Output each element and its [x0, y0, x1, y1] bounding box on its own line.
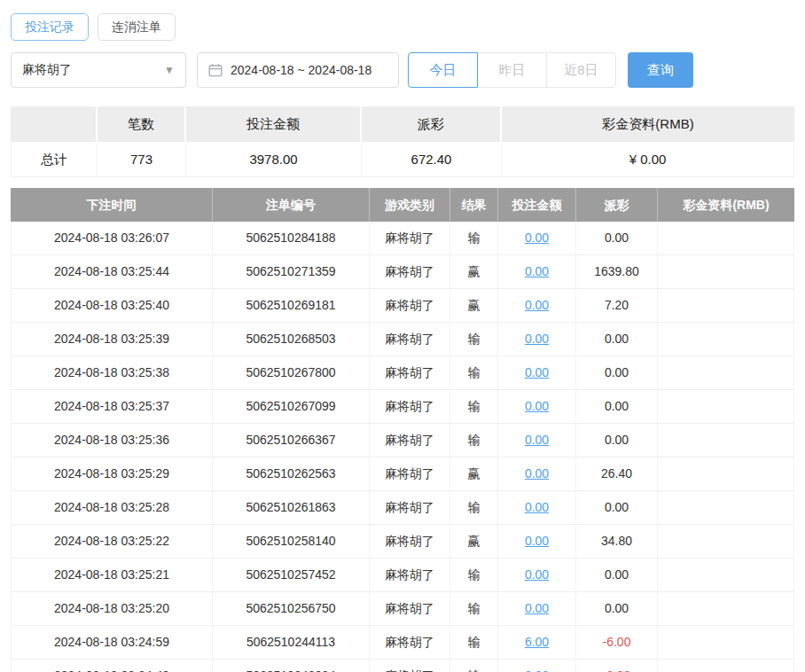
cell-payout: -6.00 — [576, 626, 658, 660]
quick-date-buttons: 今日 昨日 近8日 — [408, 52, 616, 88]
table-row: 2024-08-18 03:25:28 5062510261863 麻将胡了 输… — [11, 491, 794, 525]
header-bonus: 彩金资料(RMB) — [658, 188, 794, 222]
cell-game-type: 麻将胡了 — [370, 424, 450, 457]
cell-game-type: 麻将胡了 — [370, 525, 450, 559]
calendar-icon — [208, 63, 223, 77]
bet-amount-link[interactable]: 6.00 — [525, 635, 549, 649]
game-select[interactable]: 麻将胡了 ▼ — [11, 52, 186, 88]
cell-bet-time: 2024-08-18 03:24:49 — [11, 660, 213, 672]
table-row: 2024-08-18 03:25:21 5062510257452 麻将胡了 输… — [11, 559, 794, 592]
cell-bet-time: 2024-08-18 03:26:07 — [11, 222, 213, 255]
summary-header-payout: 派彩 — [362, 106, 502, 142]
cell-result: 输 — [450, 592, 498, 626]
cell-order-number: 5062510267099 — [213, 390, 370, 424]
summary-total-label: 总计 — [11, 142, 98, 177]
betting-records-page: 投注记录 连消注单 麻将胡了 ▼ 2024-08-18 ~ 2024-08-18… — [0, 0, 805, 672]
cell-game-type: 麻将胡了 — [370, 592, 450, 626]
table-row: 2024-08-18 03:24:59 5062510244113 麻将胡了 输… — [11, 626, 794, 660]
cell-order-number: 5062510284188 — [213, 222, 370, 255]
summary-total-payout: 672.40 — [362, 142, 502, 177]
table-row: 2024-08-18 03:25:44 5062510271359 麻将胡了 赢… — [11, 255, 794, 289]
cell-order-number: 5062510257452 — [213, 559, 370, 592]
summary-total-bet-amount: 3978.00 — [186, 142, 362, 177]
tab-cancelled-orders[interactable]: 连消注单 — [98, 13, 176, 41]
cell-game-type: 麻将胡了 — [370, 390, 450, 424]
cell-bet-time: 2024-08-18 03:25:37 — [11, 390, 213, 424]
cell-bet-time: 2024-08-18 03:25:28 — [11, 491, 213, 525]
cell-bonus — [658, 491, 794, 525]
bet-amount-link[interactable]: 2.00 — [525, 668, 549, 672]
cell-payout: 26.40 — [576, 457, 658, 491]
bet-amount-link[interactable]: 0.00 — [525, 433, 549, 447]
table-row: 2024-08-18 03:25:36 5062510266367 麻将胡了 输… — [11, 424, 794, 457]
today-button[interactable]: 今日 — [408, 52, 478, 88]
yesterday-button[interactable]: 昨日 — [477, 52, 547, 88]
cell-game-type: 麻将胡了 — [370, 660, 450, 672]
cell-bet-time: 2024-08-18 03:25:22 — [11, 525, 213, 559]
game-select-value: 麻将胡了 — [22, 62, 72, 78]
summary-header-bonus: 彩金资料(RMB) — [502, 106, 794, 142]
cell-bonus — [658, 255, 794, 289]
cell-bet-time: 2024-08-18 03:25:40 — [11, 289, 213, 323]
cell-result: 输 — [450, 356, 498, 390]
summary-total-count: 773 — [98, 142, 186, 177]
cell-bet-time: 2024-08-18 03:25:36 — [11, 424, 213, 457]
bet-amount-link[interactable]: 0.00 — [525, 231, 549, 245]
cell-payout: 0.00 — [576, 592, 658, 626]
cell-bet-time: 2024-08-18 03:25:29 — [11, 457, 213, 491]
cell-bonus — [658, 390, 794, 424]
cell-game-type: 麻将胡了 — [370, 255, 450, 289]
table-row: 2024-08-18 03:25:20 5062510256750 麻将胡了 输… — [11, 592, 794, 626]
header-payout: 派彩 — [576, 188, 658, 222]
bet-amount-link[interactable]: 0.00 — [525, 534, 549, 548]
date-range-picker[interactable]: 2024-08-18 ~ 2024-08-18 — [197, 52, 399, 88]
cell-payout: 0.00 — [576, 390, 658, 424]
bet-amount-link[interactable]: 0.00 — [525, 264, 549, 278]
cell-bonus — [658, 592, 794, 626]
cell-bet-time: 2024-08-18 03:25:21 — [11, 559, 213, 592]
cell-payout: 0.00 — [576, 424, 658, 457]
tab-betting-records[interactable]: 投注记录 — [11, 13, 89, 41]
bet-amount-link[interactable]: 0.00 — [525, 332, 549, 346]
bet-amount-link[interactable]: 0.00 — [525, 466, 549, 481]
cell-game-type: 麻将胡了 — [370, 289, 450, 323]
summary-header-bet-amount: 投注金额 — [186, 106, 362, 142]
bet-amount-link[interactable]: 0.00 — [525, 567, 549, 582]
summary-total-row: 总计 773 3978.00 672.40 ¥ 0.00 — [11, 142, 794, 177]
summary-total-bonus: ¥ 0.00 — [502, 142, 794, 177]
table-row: 2024-08-18 03:26:07 5062510284188 麻将胡了 输… — [11, 222, 794, 255]
cell-order-number: 5062510267800 — [213, 356, 370, 390]
chevron-down-icon: ▼ — [164, 64, 175, 76]
last-8-days-button[interactable]: 近8日 — [546, 52, 616, 88]
header-order-number: 注单编号 — [213, 188, 370, 222]
cell-payout: 7.20 — [576, 289, 658, 323]
cell-bonus — [658, 457, 794, 491]
bet-amount-link[interactable]: 0.00 — [525, 601, 549, 615]
bet-amount-link[interactable]: 0.00 — [525, 298, 549, 312]
cell-result: 输 — [450, 559, 498, 592]
header-result: 结果 — [450, 188, 498, 222]
cell-order-number: 5062510266367 — [213, 424, 370, 457]
cell-bonus — [658, 356, 794, 390]
bet-amount-link[interactable]: 0.00 — [525, 365, 549, 379]
bet-records-table: 下注时间 注单编号 游戏类别 结果 投注金额 派彩 彩金资料(RMB) 2024… — [11, 188, 794, 672]
summary-header-row: 笔数 投注金额 派彩 彩金资料(RMB) — [11, 106, 794, 142]
cell-result: 输 — [450, 626, 498, 660]
cell-result: 赢 — [450, 525, 498, 559]
cell-payout: 0.00 — [576, 222, 658, 255]
cell-game-type: 麻将胡了 — [370, 356, 450, 390]
cell-order-number: 5062510242094 — [213, 660, 370, 672]
query-button[interactable]: 查询 — [628, 52, 693, 88]
cell-bet-time: 2024-08-18 03:25:20 — [11, 592, 213, 626]
bet-amount-link[interactable]: 0.00 — [525, 500, 549, 514]
cell-result: 输 — [450, 222, 498, 255]
cell-bonus — [658, 424, 794, 457]
cell-bet-time: 2024-08-18 03:24:59 — [11, 626, 213, 660]
table-row: 2024-08-18 03:25:37 5062510267099 麻将胡了 输… — [11, 390, 794, 424]
bet-amount-link[interactable]: 0.00 — [525, 399, 549, 413]
cell-bonus — [658, 323, 794, 356]
table-row: 2024-08-18 03:25:22 5062510258140 麻将胡了 赢… — [11, 525, 794, 559]
cell-bet-time: 2024-08-18 03:25:44 — [11, 255, 213, 289]
cell-result: 输 — [450, 491, 498, 525]
cell-payout: 34.80 — [576, 525, 658, 559]
